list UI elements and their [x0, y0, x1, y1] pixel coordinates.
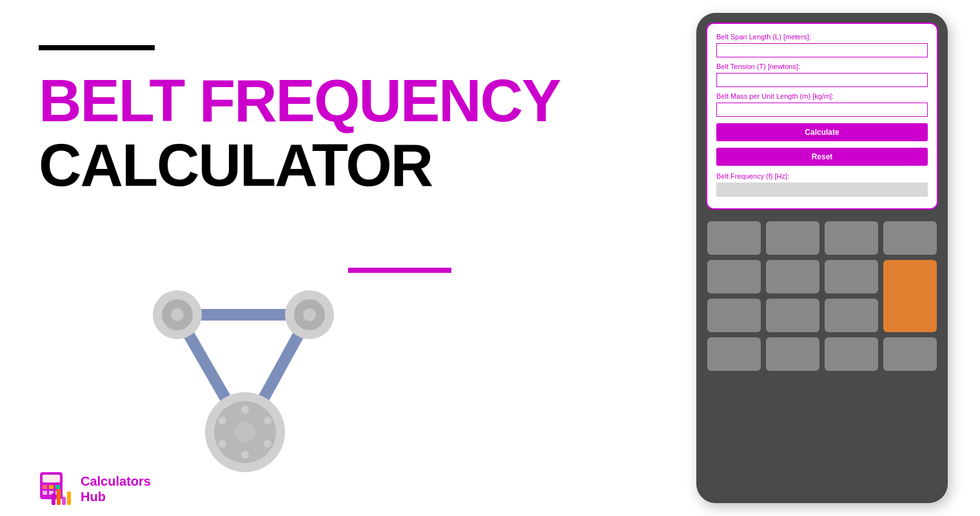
svg-rect-26 — [52, 493, 55, 505]
key-6[interactable] — [766, 260, 819, 293]
field-label-tension: Belt Tension (T) [newtons]: — [716, 63, 928, 70]
key-1[interactable] — [707, 221, 761, 255]
belt-tension-input[interactable] — [716, 73, 928, 87]
logo-text-line1: Calculators — [81, 473, 151, 489]
reset-button[interactable]: Reset — [716, 148, 928, 166]
key-14[interactable] — [883, 337, 937, 371]
keypad — [706, 219, 938, 373]
key-7[interactable] — [825, 260, 878, 293]
key-12[interactable] — [766, 337, 819, 371]
svg-point-13 — [219, 417, 226, 424]
field-label-mass: Belt Mass per Unit Length (m) [kg/m]: — [716, 92, 928, 100]
key-13[interactable] — [825, 337, 878, 371]
calculate-button[interactable]: Calculate — [716, 123, 928, 141]
key-3[interactable] — [825, 221, 878, 255]
svg-point-12 — [241, 451, 249, 459]
logo-area: Calculators Hub — [39, 471, 151, 506]
svg-rect-20 — [43, 485, 47, 489]
belt-span-length-input[interactable] — [716, 43, 928, 57]
black-decorative-bar — [39, 45, 155, 50]
result-label: Belt Frequency (f) [Hz]: — [716, 172, 928, 180]
field-label-span: Belt Span Length (L) [meters]: — [716, 33, 928, 41]
svg-rect-19 — [43, 475, 60, 482]
title-line2: CALCULATOR — [39, 135, 432, 195]
title-line1: BELT FREQUENCY — [39, 71, 560, 130]
svg-rect-21 — [49, 485, 54, 489]
key-8[interactable] — [707, 299, 761, 332]
key-4[interactable] — [883, 221, 937, 255]
key-orange[interactable] — [883, 260, 937, 332]
svg-rect-23 — [43, 491, 47, 495]
svg-point-11 — [241, 406, 249, 413]
key-5[interactable] — [707, 260, 761, 293]
logo-text-line2: Hub — [81, 489, 151, 504]
svg-rect-27 — [57, 489, 61, 505]
key-2[interactable] — [766, 221, 819, 255]
belt-mass-input[interactable] — [716, 103, 928, 117]
logo-text: Calculators Hub — [81, 473, 151, 504]
key-10[interactable] — [825, 299, 878, 332]
svg-point-14 — [264, 417, 271, 424]
calculator-device: Belt Span Length (L) [meters]: Belt Tens… — [696, 13, 948, 503]
calculator-screen: Belt Span Length (L) [meters]: Belt Tens… — [706, 23, 938, 210]
purple-decorative-bar — [348, 268, 451, 273]
belt-diagram — [116, 277, 374, 477]
result-field — [716, 183, 928, 197]
svg-rect-29 — [67, 491, 71, 505]
svg-point-8 — [303, 308, 316, 321]
svg-rect-28 — [62, 497, 66, 505]
svg-point-5 — [171, 308, 184, 321]
key-11[interactable] — [707, 337, 761, 371]
svg-point-17 — [235, 422, 255, 442]
key-9[interactable] — [766, 299, 819, 332]
svg-point-16 — [264, 440, 271, 448]
svg-rect-22 — [55, 485, 60, 489]
logo-icon — [39, 471, 74, 506]
svg-point-15 — [219, 440, 226, 448]
left-section: BELT FREQUENCY CALCULATOR — [39, 0, 567, 516]
